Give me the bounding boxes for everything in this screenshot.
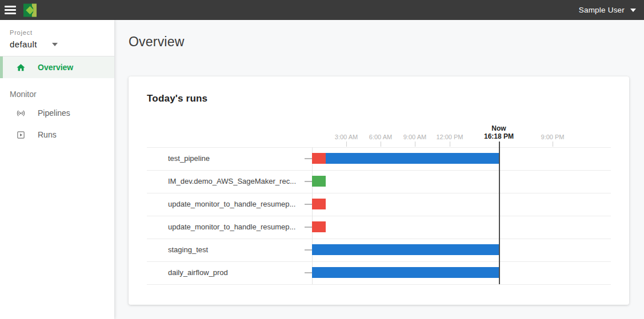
sidebar: Project default Overview Monitor Pipelin… — [0, 20, 114, 319]
axis-tick — [381, 142, 381, 147]
main-content: Overview Today's runs 3:00 AM6:00 AM9:00… — [114, 20, 644, 319]
row-tick-dash — [305, 158, 312, 159]
axis-tick — [553, 142, 553, 147]
run-row-label: update_monitor_to_handle_resumep... — [168, 193, 302, 216]
project-label: Project — [10, 29, 105, 36]
run-row-label: update_monitor_to_handle_resumep... — [168, 216, 302, 239]
app-logo-icon — [23, 3, 37, 17]
run-bar-blue[interactable] — [326, 153, 499, 164]
topbar: Sample User — [0, 0, 644, 20]
pipelines-icon — [16, 108, 26, 118]
axis-tick-label: 9:00 AM — [403, 134, 426, 140]
plot-start-line — [312, 147, 313, 284]
axis-tick-label: 6:00 AM — [369, 134, 392, 140]
axis-tick — [450, 142, 450, 147]
row-tick-dash — [305, 181, 312, 182]
run-bar-red[interactable] — [312, 199, 326, 209]
project-selected-value: default — [10, 39, 37, 49]
run-row-label: IM_dev.demo_AWS_SageMaker_rec... — [168, 170, 302, 193]
project-block: Project default — [0, 20, 114, 56]
user-menu-label: Sample User — [579, 6, 625, 14]
run-bar-green[interactable] — [312, 176, 326, 187]
sidebar-item-overview[interactable]: Overview — [0, 56, 114, 78]
app-root: Sample User Project default Overview Mon… — [0, 0, 644, 319]
row-separator — [147, 284, 611, 285]
todays-runs-card: Today's runs 3:00 AM6:00 AM9:00 AM12:00 … — [129, 76, 629, 305]
row-tick-dash — [305, 272, 312, 273]
run-row-label: staging_test — [168, 239, 302, 261]
sidebar-item-label: Pipelines — [38, 108, 70, 118]
now-time-label: 16:18 PM — [484, 132, 514, 140]
todays-runs-chart: 3:00 AM6:00 AM9:00 AM12:00 PM9:00 PMNow1… — [129, 76, 629, 305]
axis-tick — [415, 142, 415, 147]
axis-tick — [346, 142, 347, 147]
chevron-down-icon — [52, 43, 58, 46]
run-bar-blue[interactable] — [312, 244, 499, 255]
home-icon — [16, 63, 26, 72]
sidebar-item-pipelines[interactable]: Pipelines — [0, 102, 114, 124]
now-line — [499, 142, 500, 284]
row-tick-dash — [305, 227, 312, 228]
run-bar-red[interactable] — [312, 221, 326, 232]
menu-icon[interactable] — [5, 6, 16, 14]
run-row-label: test_pipeline — [168, 147, 302, 170]
sidebar-item-label: Overview — [38, 63, 73, 72]
axis-tick-label: 3:00 AM — [335, 134, 358, 140]
row-tick-dash — [305, 249, 312, 251]
row-tick-dash — [305, 204, 312, 205]
project-select[interactable]: default — [10, 39, 105, 49]
sidebar-item-runs[interactable]: Runs — [0, 124, 114, 146]
sidebar-item-label: Runs — [38, 130, 57, 139]
sidebar-section-monitor: Monitor — [10, 90, 114, 99]
chevron-down-icon — [630, 9, 636, 12]
run-row-label: daily_airflow_prod — [168, 261, 302, 284]
run-bar-red[interactable] — [312, 153, 326, 164]
axis-tick-label: 12:00 PM — [436, 134, 463, 140]
user-menu[interactable]: Sample User — [579, 6, 636, 14]
page-title: Overview — [129, 34, 184, 50]
now-label: Now — [491, 124, 506, 132]
runs-icon — [16, 130, 26, 140]
run-bar-blue[interactable] — [312, 267, 499, 278]
axis-tick-label: 9:00 PM — [541, 134, 565, 140]
